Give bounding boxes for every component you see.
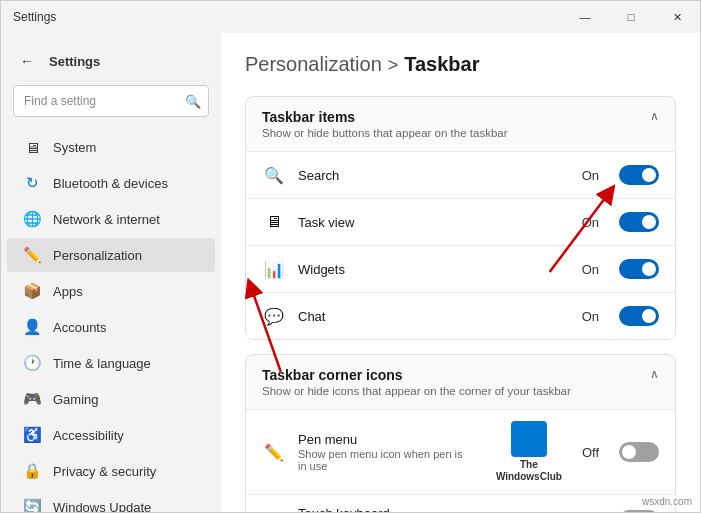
titlebar: Settings — □ ✕ [1,1,700,33]
section-subtitle: Show or hide icons that appear on the co… [262,385,571,397]
sidebar-item-label: Privacy & security [53,464,199,479]
sidebar-item-label: Time & language [53,356,199,371]
widgets-setting-row: 📊 Widgets On [246,246,675,293]
sidebar-item-label: Personalization [53,248,199,263]
breadcrumb-parent: Personalization [245,53,382,76]
taskview-status: On [582,215,599,230]
network-icon: 🌐 [23,210,41,228]
sidebar-item-label: Apps [53,284,199,299]
sidebar-item-accessibility[interactable]: ♿ Accessibility [7,418,215,452]
chevron-up-icon[interactable]: ∧ [650,109,659,123]
minimize-button[interactable]: — [562,1,608,33]
privacy-icon: 🔒 [23,462,41,480]
pen-menu-text: Pen menu Show pen menu icon when pen is … [298,432,474,472]
apps-icon: 📦 [23,282,41,300]
sidebar-item-privacy[interactable]: 🔒 Privacy & security [7,454,215,488]
breadcrumb-current: Taskbar [404,53,479,76]
pen-menu-icon: ✏️ [262,440,286,464]
toggle-thumb [622,445,636,459]
chat-row-icon: 💬 [262,304,286,328]
club-badge-blue-box [511,421,547,457]
widgets-row-label: Widgets [298,262,570,277]
maximize-button[interactable]: □ [608,1,654,33]
toggle-thumb [642,215,656,229]
pen-menu-toggle[interactable] [619,442,659,462]
taskview-toggle[interactable] [619,212,659,232]
chat-setting-row: 💬 Chat On [246,293,675,339]
touch-keyboard-setting-row: ⌨️ Touch keyboard Always show touch keyb… [246,495,675,512]
sidebar-item-bluetooth[interactable]: ↻ Bluetooth & devices [7,166,215,200]
search-status: On [582,168,599,183]
sidebar-item-label: Gaming [53,392,199,407]
section-header: Taskbar corner icons Show or hide icons … [246,355,675,410]
sidebar-item-label: System [53,140,199,155]
sidebar-item-label: Accounts [53,320,199,335]
close-button[interactable]: ✕ [654,1,700,33]
sidebar-header: ← Settings [1,41,221,85]
search-input[interactable] [13,85,209,117]
accessibility-icon: ♿ [23,426,41,444]
section-header-text: Taskbar items Show or hide buttons that … [262,109,508,139]
pen-menu-label: Pen menu [298,432,474,447]
sidebar-item-label: Accessibility [53,428,199,443]
breadcrumb-separator: > [388,55,399,76]
bluetooth-icon: ↻ [23,174,41,192]
search-toggle[interactable] [619,165,659,185]
touch-keyboard-icon: ⌨️ [262,508,286,512]
touch-keyboard-toggle[interactable] [619,510,659,512]
section-header-text: Taskbar corner icons Show or hide icons … [262,367,571,397]
sidebar: ← Settings 🔍 🖥 System ↻ Bluetooth & devi… [1,33,221,512]
gaming-icon: 🎮 [23,390,41,408]
sidebar-item-personalization[interactable]: ✏️ Personalization [7,238,215,272]
personalization-icon: ✏️ [23,246,41,264]
taskview-setting-row: 🖥 Task view On [246,199,675,246]
section-title: Taskbar items [262,109,508,125]
toggle-thumb [642,168,656,182]
sidebar-item-apps[interactable]: 📦 Apps [7,274,215,308]
pen-menu-setting-row: ✏️ Pen menu Show pen menu icon when pen … [246,410,675,495]
sidebar-item-label: Windows Update [53,500,199,513]
section-header: Taskbar items Show or hide buttons that … [246,97,675,152]
club-badge-text: TheWindowsClub [496,459,562,483]
back-button[interactable]: ← [13,47,41,75]
search-setting-row: 🔍 Search On [246,152,675,199]
sidebar-item-time[interactable]: 🕐 Time & language [7,346,215,380]
chat-status: On [582,309,599,324]
sidebar-item-system[interactable]: 🖥 System [7,130,215,164]
touch-keyboard-text: Touch keyboard Always show touch keyboar… [298,506,570,512]
chevron-up-icon[interactable]: ∧ [650,367,659,381]
windows-club-badge: TheWindowsClub [496,421,562,483]
widgets-status: On [582,262,599,277]
sidebar-item-accounts[interactable]: 👤 Accounts [7,310,215,344]
section-subtitle: Show or hide buttons that appear on the … [262,127,508,139]
page-header: Personalization > Taskbar [245,53,676,76]
main-wrap: Personalization > Taskbar Taskbar items … [221,33,700,512]
taskbar-items-section: Taskbar items Show or hide buttons that … [245,96,676,340]
settings-window: Settings — □ ✕ ← Settings 🔍 🖥 System [0,0,701,513]
time-icon: 🕐 [23,354,41,372]
sidebar-item-gaming[interactable]: 🎮 Gaming [7,382,215,416]
sidebar-item-label: Network & internet [53,212,199,227]
search-icon: 🔍 [185,94,201,109]
sidebar-item-network[interactable]: 🌐 Network & internet [7,202,215,236]
sidebar-item-label: Bluetooth & devices [53,176,199,191]
widgets-row-icon: 📊 [262,257,286,281]
sidebar-item-update[interactable]: 🔄 Windows Update [7,490,215,512]
app-content: ← Settings 🔍 🖥 System ↻ Bluetooth & devi… [1,33,700,512]
sidebar-app-title: Settings [49,54,100,69]
update-icon: 🔄 [23,498,41,512]
pen-menu-status: Off [582,445,599,460]
toggle-thumb [642,309,656,323]
taskview-row-label: Task view [298,215,570,230]
taskbar-corner-icons-section: Taskbar corner icons Show or hide icons … [245,354,676,512]
section-title: Taskbar corner icons [262,367,571,383]
taskview-row-icon: 🖥 [262,210,286,234]
accounts-icon: 👤 [23,318,41,336]
widgets-toggle[interactable] [619,259,659,279]
search-row-label: Search [298,168,570,183]
chat-toggle[interactable] [619,306,659,326]
window-title: Settings [13,10,56,24]
system-icon: 🖥 [23,138,41,156]
pen-menu-sub: Show pen menu icon when pen is in use [298,448,474,472]
toggle-thumb [642,262,656,276]
